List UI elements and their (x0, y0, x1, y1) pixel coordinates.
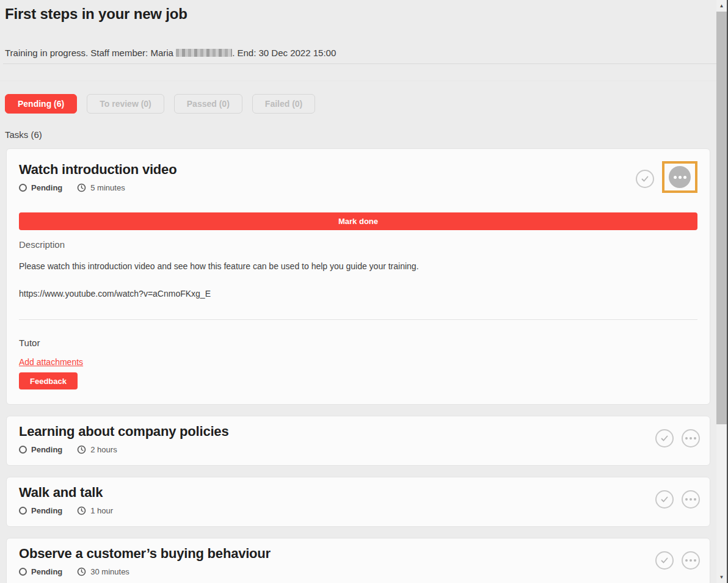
task-status-label: Pending (31, 183, 62, 192)
header-divider (3, 63, 716, 64)
subtitle-suffix: . End: 30 Dec 2022 15:00 (232, 48, 336, 58)
ellipsis-icon (674, 176, 686, 179)
add-attachments-link[interactable]: Add attachments (19, 357, 83, 367)
filter-passed-button[interactable]: Passed (0) (174, 94, 242, 114)
mark-complete-icon[interactable] (655, 429, 674, 447)
tasks-count-label: Tasks (6) (5, 129, 716, 140)
task-card: Learning about company policies Pending … (6, 416, 710, 466)
task-card: Observe a customer’s buying behaviour Pe… (6, 538, 710, 583)
training-status-line: Training in progress. Staff member: Mari… (5, 48, 716, 59)
scrollbar[interactable]: ▲ ▼ (716, 0, 727, 583)
task-duration-label: 1 hour (90, 506, 113, 515)
task-status-row: Pending 5 minutes (19, 183, 177, 192)
scrollbar-thumb[interactable] (716, 12, 727, 424)
task-duration-label: 30 minutes (90, 567, 129, 576)
highlight-annotation-box (662, 161, 697, 193)
subtitle-prefix: Training in progress. Staff member: Mari… (5, 48, 173, 58)
clock-icon (77, 506, 86, 515)
main-content: First steps in your new job Training in … (0, 0, 716, 583)
pending-status-icon (19, 507, 27, 515)
mark-complete-icon[interactable] (636, 170, 654, 188)
scroll-down-icon[interactable]: ▼ (716, 572, 727, 582)
ellipsis-icon (685, 498, 696, 501)
task-status-label: Pending (31, 506, 62, 515)
task-status-row: Pending 2 hours (19, 445, 228, 454)
clock-icon (77, 183, 86, 192)
task-title: Watch introduction video (19, 162, 177, 178)
task-status-row: Pending 30 minutes (19, 567, 271, 576)
feedback-button[interactable]: Feedback (19, 372, 78, 389)
clock-icon (77, 567, 86, 576)
description-label: Description (19, 239, 697, 250)
ellipsis-icon (685, 559, 696, 562)
filter-to-review-button[interactable]: To review (0) (87, 94, 164, 114)
status-filter-bar: Pending (6) To review (0) Passed (0) Fai… (5, 94, 716, 114)
page-title: First steps in your new job (5, 5, 716, 23)
task-title: Walk and talk (19, 485, 113, 501)
section-divider (0, 81, 716, 81)
video-url-text: https://www.youtube.com/watch?v=aCnmoFKx… (19, 289, 697, 299)
pending-status-icon (19, 184, 27, 192)
description-text: Please watch this introduction video and… (19, 261, 697, 272)
mark-done-button[interactable]: Mark done (19, 212, 697, 230)
mark-complete-icon[interactable] (655, 551, 674, 570)
task-title: Learning about company policies (19, 424, 228, 440)
scroll-up-icon[interactable]: ▲ (716, 1, 727, 11)
pending-status-icon (19, 446, 27, 454)
mark-complete-icon[interactable] (655, 490, 674, 509)
tutor-label: Tutor (19, 338, 697, 348)
task-status-label: Pending (31, 445, 62, 454)
ellipsis-icon (685, 437, 696, 440)
tutor-section-divider (19, 319, 697, 320)
task-menu-icon[interactable] (669, 166, 691, 188)
task-card-expanded: Watch introduction video Pending 5 minut… (6, 148, 710, 405)
staff-name-redacted (176, 49, 232, 57)
pending-status-icon (19, 568, 27, 576)
clock-icon (77, 445, 86, 454)
task-menu-icon[interactable] (682, 490, 700, 509)
task-menu-icon[interactable] (682, 429, 700, 447)
task-duration-label: 5 minutes (90, 183, 125, 192)
task-status-row: Pending 1 hour (19, 506, 113, 515)
task-menu-icon[interactable] (682, 551, 700, 570)
task-title: Observe a customer’s buying behaviour (19, 546, 271, 562)
task-duration-label: 2 hours (90, 445, 117, 454)
task-card: Walk and talk Pending 1 hour (6, 477, 710, 527)
filter-failed-button[interactable]: Failed (0) (252, 94, 315, 114)
task-status-label: Pending (31, 567, 62, 576)
filter-pending-button[interactable]: Pending (6) (5, 94, 77, 114)
